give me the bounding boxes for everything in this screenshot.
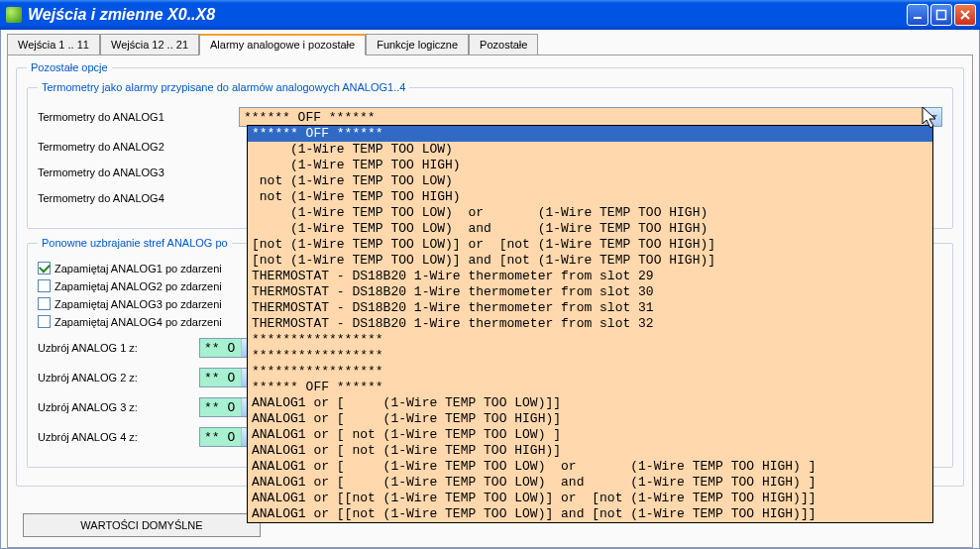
dropdown-item[interactable]: [not (1-Wire TEMP TOO LOW)] or [not (1-W… — [248, 237, 932, 253]
dropdown-item[interactable]: (1-Wire TEMP TOO LOW) and (1-Wire TEMP T… — [248, 221, 932, 237]
dropdown-item[interactable]: ANALOG1 or [ not (1-Wire TEMP TOO LOW) ] — [248, 427, 932, 443]
dropdown-item[interactable]: [not (1-Wire TEMP TOO LOW)] and [not (1-… — [248, 253, 932, 269]
dropdown-item[interactable]: ***************** — [248, 364, 932, 380]
dropdown-item[interactable]: ANALOG1 or [ (1-Wire TEMP TOO LOW)]] — [248, 395, 932, 411]
tab-strip: Wejścia 1 .. 11Wejścia 12 .. 21Alarmy an… — [7, 34, 973, 55]
dropdown-item[interactable]: ANALOG1 or [ (1-Wire TEMP TOO HIGH)] — [248, 411, 932, 427]
dropdown-item[interactable]: THERMOSTAT - DS18B20 1-Wire thermometer … — [248, 269, 932, 284]
dropdown-item[interactable]: ANALOG1 or [[not (1-Wire TEMP TOO LOW)] … — [248, 491, 932, 506]
chevron-down-icon[interactable] — [925, 108, 941, 126]
dropdown-item[interactable]: THERMOSTAT - DS18B20 1-Wire thermometer … — [248, 316, 932, 332]
thermo-label-4: Termometry do ANALOG4 — [38, 192, 231, 204]
svg-rect-1 — [937, 11, 946, 20]
window-title: Wejścia i zmienne X0..X8 — [28, 6, 907, 24]
thermo-analog1-dropdown-list[interactable]: ****** OFF ****** (1-Wire TEMP TOO LOW) … — [247, 125, 933, 523]
dropdown-item[interactable]: not (1-Wire TEMP TOO LOW) — [248, 173, 932, 189]
thermo-row-1: Termometry do ANALOG1****** OFF ****** — [38, 107, 942, 127]
arm-value-2: ** O — [200, 371, 241, 385]
dropdown-item[interactable]: ANALOG1 or [[not (1-Wire TEMP TOO LOW)] … — [248, 506, 932, 522]
thermo-analog1-combo[interactable]: ****** OFF ****** — [239, 107, 942, 127]
defaults-button-label: WARTOŚCI DOMYŚLNE — [80, 519, 202, 531]
title-bar: Wejścia i zmienne X0..X8 — [0, 0, 980, 30]
remember-checkbox-3[interactable] — [38, 297, 51, 310]
thermo-analog1-value: ****** OFF ****** — [240, 110, 925, 125]
dropdown-item[interactable]: not (1-Wire TEMP TOO HIGH) — [248, 189, 932, 205]
maximize-button[interactable] — [930, 4, 952, 26]
arm-label-3: Uzbrój ANALOG 3 z: — [38, 401, 191, 413]
dropdown-item[interactable]: ***************** — [248, 348, 932, 364]
dropdown-item[interactable]: THERMOSTAT - DS18B20 1-Wire thermometer … — [248, 300, 932, 316]
arm-value-3: ** O — [200, 400, 241, 415]
tab-4[interactable]: Pozostałe — [469, 34, 538, 55]
tab-1[interactable]: Wejścia 12 .. 21 — [100, 34, 199, 55]
dropdown-item[interactable]: (1-Wire TEMP TOO HIGH) — [248, 158, 932, 173]
dropdown-item[interactable]: ANALOG1 or [ not (1-Wire TEMP TOO HIGH)] — [248, 443, 932, 459]
dropdown-item[interactable]: ANALOG1 or [ (1-Wire TEMP TOO LOW) or (1… — [248, 459, 932, 475]
dropdown-item[interactable]: ****** OFF ****** — [248, 380, 932, 395]
remember-checkbox-4[interactable] — [38, 315, 51, 328]
group-thermo-alarms-legend: Termometry jako alarmy przypisane do ala… — [38, 81, 409, 93]
group-other-options-legend: Pozostałe opcje — [27, 61, 112, 73]
tab-2[interactable]: Alarmy analogowe i pozostałe — [199, 34, 366, 55]
dropdown-item[interactable]: THERMOSTAT - DS18B20 1-Wire thermometer … — [248, 284, 932, 300]
minimize-button[interactable] — [907, 4, 928, 26]
thermo-label-3: Termometry do ANALOG3 — [38, 166, 231, 178]
remember-checkbox-2[interactable] — [38, 279, 51, 292]
thermo-label-2: Termometry do ANALOG2 — [38, 141, 231, 153]
defaults-button[interactable]: WARTOŚCI DOMYŚLNE — [23, 513, 261, 537]
dropdown-item[interactable]: ***************** — [248, 332, 932, 348]
arm-label-1: Uzbrój ANALOG 1 z: — [38, 342, 191, 354]
thermo-label-1: Termometry do ANALOG1 — [38, 111, 231, 123]
remember-label-1: Zapamiętaj ANALOG1 po zdarzeni — [54, 263, 222, 274]
arm-label-2: Uzbrój ANALOG 2 z: — [38, 372, 191, 384]
app-icon — [6, 7, 22, 23]
dropdown-item[interactable]: (1-Wire TEMP TOO LOW) — [248, 142, 932, 158]
arm-value-1: ** O — [200, 341, 241, 356]
tab-3[interactable]: Funkcje logiczne — [366, 34, 469, 55]
remember-label-2: Zapamiętaj ANALOG2 po zdarzeni — [54, 280, 222, 292]
arm-value-4: ** O — [200, 430, 241, 445]
arm-label-4: Uzbrój ANALOG 4 z: — [38, 431, 191, 443]
remember-label-3: Zapamiętaj ANALOG3 po zdarzeni — [54, 298, 222, 310]
close-button[interactable] — [954, 4, 976, 26]
remember-checkbox-1[interactable] — [38, 262, 51, 274]
dropdown-item[interactable]: ****** OFF ****** — [248, 126, 932, 142]
remember-label-4: Zapamiętaj ANALOG4 po zdarzeni — [54, 316, 222, 328]
dropdown-item[interactable]: (1-Wire TEMP TOO LOW) or (1-Wire TEMP TO… — [248, 205, 932, 221]
svg-rect-0 — [914, 17, 922, 19]
dropdown-item[interactable]: ANALOG1 or [ (1-Wire TEMP TOO LOW) and (… — [248, 475, 932, 491]
group-rearm-legend: Ponowne uzbrajanie stref ANALOG po — [38, 237, 232, 249]
tab-0[interactable]: Wejścia 1 .. 11 — [7, 34, 100, 55]
